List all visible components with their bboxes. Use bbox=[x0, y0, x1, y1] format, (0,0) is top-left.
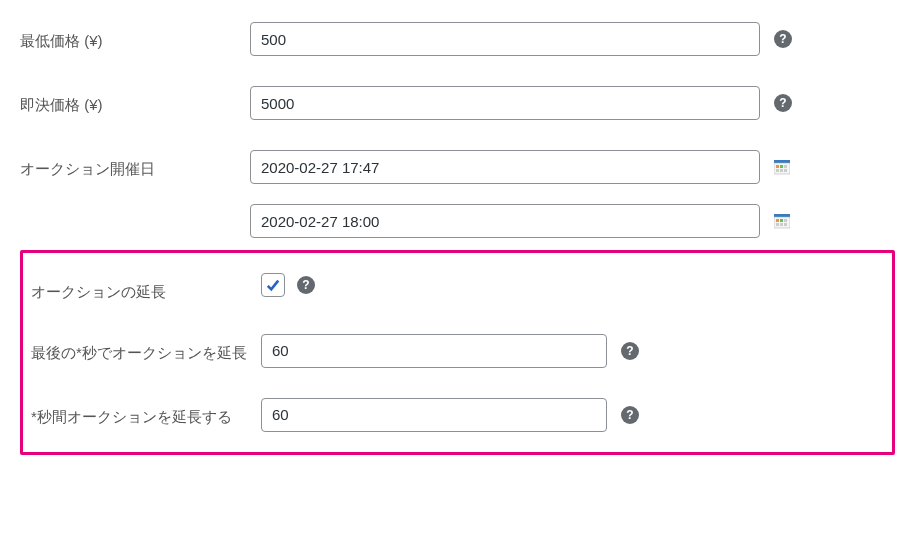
label-extend-by: *秒間オークションを延長する bbox=[27, 398, 261, 429]
extension-highlight: オークションの延長 最後の*秒でオークションを延長 *秒間オークションを延長する bbox=[20, 250, 895, 455]
svg-rect-10 bbox=[776, 219, 779, 222]
auction-end-input[interactable] bbox=[250, 204, 760, 238]
svg-rect-9 bbox=[774, 217, 790, 228]
extend-threshold-input[interactable] bbox=[261, 334, 607, 368]
help-icon[interactable] bbox=[774, 30, 792, 48]
row-auction-dates: オークション開催日 bbox=[20, 128, 895, 246]
min-price-input[interactable] bbox=[250, 22, 760, 56]
svg-rect-14 bbox=[780, 223, 783, 226]
label-buynow-price: 即決価格 (¥) bbox=[20, 86, 250, 117]
label-min-price: 最低価格 (¥) bbox=[20, 22, 250, 53]
help-icon[interactable] bbox=[621, 406, 639, 424]
field-auction-dates bbox=[250, 150, 895, 238]
svg-rect-1 bbox=[774, 163, 790, 174]
field-extend-threshold bbox=[261, 334, 876, 368]
svg-rect-12 bbox=[784, 219, 787, 222]
row-extend-by: *秒間オークションを延長する bbox=[27, 376, 876, 440]
help-icon[interactable] bbox=[297, 276, 315, 294]
extend-by-input[interactable] bbox=[261, 398, 607, 432]
field-buynow-price bbox=[250, 86, 895, 120]
label-auction-dates: オークション開催日 bbox=[20, 150, 250, 181]
calendar-icon[interactable] bbox=[774, 159, 790, 175]
extend-checkbox[interactable] bbox=[261, 273, 285, 297]
buynow-price-input[interactable] bbox=[250, 86, 760, 120]
calendar-icon[interactable] bbox=[774, 213, 790, 229]
svg-rect-2 bbox=[776, 165, 779, 168]
help-icon[interactable] bbox=[774, 94, 792, 112]
svg-rect-4 bbox=[784, 165, 787, 168]
svg-rect-15 bbox=[784, 223, 787, 226]
auction-settings-panel: 最低価格 (¥) 即決価格 (¥) オークション開催日 bbox=[0, 0, 915, 541]
field-min-price bbox=[250, 22, 895, 56]
svg-rect-11 bbox=[780, 219, 783, 222]
svg-rect-13 bbox=[776, 223, 779, 226]
row-buynow-price: 即決価格 (¥) bbox=[20, 64, 895, 128]
svg-rect-7 bbox=[784, 169, 787, 172]
field-extend-by bbox=[261, 398, 876, 432]
svg-rect-5 bbox=[776, 169, 779, 172]
auction-start-input[interactable] bbox=[250, 150, 760, 184]
date-start-line bbox=[250, 150, 895, 184]
help-icon[interactable] bbox=[621, 342, 639, 360]
label-extend: オークションの延長 bbox=[27, 273, 261, 304]
svg-rect-8 bbox=[774, 214, 790, 217]
svg-rect-0 bbox=[774, 160, 790, 163]
date-end-line bbox=[250, 204, 895, 238]
label-extend-threshold: 最後の*秒でオークションを延長 bbox=[27, 334, 261, 365]
svg-rect-6 bbox=[780, 169, 783, 172]
row-min-price: 最低価格 (¥) bbox=[20, 10, 895, 64]
svg-rect-3 bbox=[780, 165, 783, 168]
row-extend-threshold: 最後の*秒でオークションを延長 bbox=[27, 312, 876, 376]
field-extend bbox=[261, 273, 876, 297]
row-extend: オークションの延長 bbox=[27, 261, 876, 312]
